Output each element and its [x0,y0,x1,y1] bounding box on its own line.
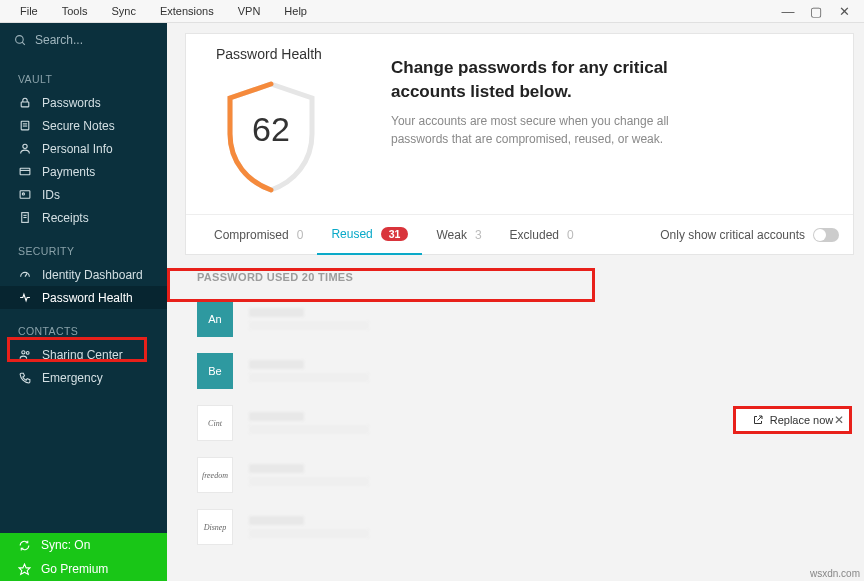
search-input[interactable]: Search... [0,23,167,57]
sidebar: Search... VAULT Passwords Secure Notes P… [0,23,167,581]
svg-point-10 [22,193,24,195]
list-item[interactable]: Disnep [167,501,864,553]
menubar: File Tools Sync Extensions VPN Help — ▢ … [0,0,864,23]
menu-extensions[interactable]: Extensions [148,3,226,19]
list-item[interactable]: Be [167,345,864,397]
receipt-icon [18,211,32,224]
svg-rect-2 [21,102,29,107]
shield-icon: 62 [216,76,326,196]
main-panel: Password Health 62 Change passwords for … [167,23,864,581]
site-logo: An [197,301,233,337]
search-placeholder: Search... [35,33,83,47]
external-link-icon [752,414,764,426]
close-icon[interactable]: ✕ [834,413,844,427]
svg-rect-9 [20,191,30,199]
site-logo: Disnep [197,509,233,545]
svg-point-15 [22,351,25,354]
redacted-text [249,308,369,330]
sidebar-item-emergency[interactable]: Emergency [0,366,167,389]
redacted-text [249,360,369,382]
critical-toggle[interactable]: Only show critical accounts [660,228,839,242]
tab-excluded[interactable]: Excluded0 [496,215,588,255]
menu-tools[interactable]: Tools [50,3,100,19]
maximize-icon[interactable]: ▢ [802,0,830,23]
sidebar-item-sharing-center[interactable]: Sharing Center [0,343,167,366]
reused-badge: 31 [381,227,409,241]
pulse-icon [18,291,32,304]
subtext: Your accounts are most secure when you c… [391,112,711,148]
site-logo: Be [197,353,233,389]
sidebar-item-personal-info[interactable]: Personal Info [0,137,167,160]
svg-rect-7 [20,168,30,175]
search-icon [14,34,27,47]
sidebar-item-identity-dashboard[interactable]: Identity Dashboard [0,263,167,286]
card-title: Password Health [216,46,351,62]
sidebar-item-password-health[interactable]: Password Health [0,286,167,309]
site-logo: Cint [197,405,233,441]
health-card: Password Health 62 Change passwords for … [185,33,854,255]
redacted-text [249,412,369,434]
section-contacts: CONTACTS [0,309,167,343]
headline: Change passwords for any critical accoun… [391,56,711,104]
health-score: 62 [216,110,326,149]
menu-help[interactable]: Help [272,3,319,19]
svg-point-6 [23,144,27,148]
people-icon [18,348,32,361]
svg-line-14 [25,273,27,276]
sidebar-footer: Sync: On Go Premium [0,533,167,581]
redacted-text [249,464,369,486]
tab-reused[interactable]: Reused31 [317,215,422,255]
list-item[interactable]: freedom [167,449,864,501]
sidebar-item-receipts[interactable]: Receipts [0,206,167,229]
sidebar-item-payments[interactable]: Payments [0,160,167,183]
list-heading: PASSWORD USED 20 TIMES [167,255,864,293]
lock-icon [18,96,32,109]
menu-file[interactable]: File [8,3,50,19]
sidebar-item-ids[interactable]: IDs [0,183,167,206]
svg-marker-17 [19,564,30,574]
close-icon[interactable]: ✕ [830,0,858,23]
sidebar-item-secure-notes[interactable]: Secure Notes [0,114,167,137]
section-vault: VAULT [0,57,167,91]
sidebar-item-passwords[interactable]: Passwords [0,91,167,114]
person-icon [18,142,32,155]
menu-sync[interactable]: Sync [99,3,147,19]
site-logo: freedom [197,457,233,493]
section-security: SECURITY [0,229,167,263]
watermark: wsxdn.com [810,568,860,579]
tab-weak[interactable]: Weak3 [422,215,495,255]
svg-line-1 [22,42,25,45]
sync-status[interactable]: Sync: On [0,533,167,557]
sync-icon [18,539,31,552]
menu-vpn[interactable]: VPN [226,3,273,19]
phone-icon [18,371,32,384]
svg-point-0 [16,35,24,43]
go-premium[interactable]: Go Premium [0,557,167,581]
redacted-text [249,516,369,538]
list-item[interactable]: An [167,293,864,345]
card-icon [18,165,32,178]
svg-point-16 [26,352,29,355]
star-icon [18,563,31,576]
tabs: Compromised0 Reused31 Weak3 Excluded0 On… [186,214,853,254]
tab-compromised[interactable]: Compromised0 [200,215,317,255]
id-icon [18,188,32,201]
note-icon [18,119,32,132]
gauge-icon [18,268,32,281]
toggle-icon[interactable] [813,228,839,242]
replace-now-button[interactable]: Replace now ✕ [733,406,852,434]
minimize-icon[interactable]: — [774,0,802,23]
